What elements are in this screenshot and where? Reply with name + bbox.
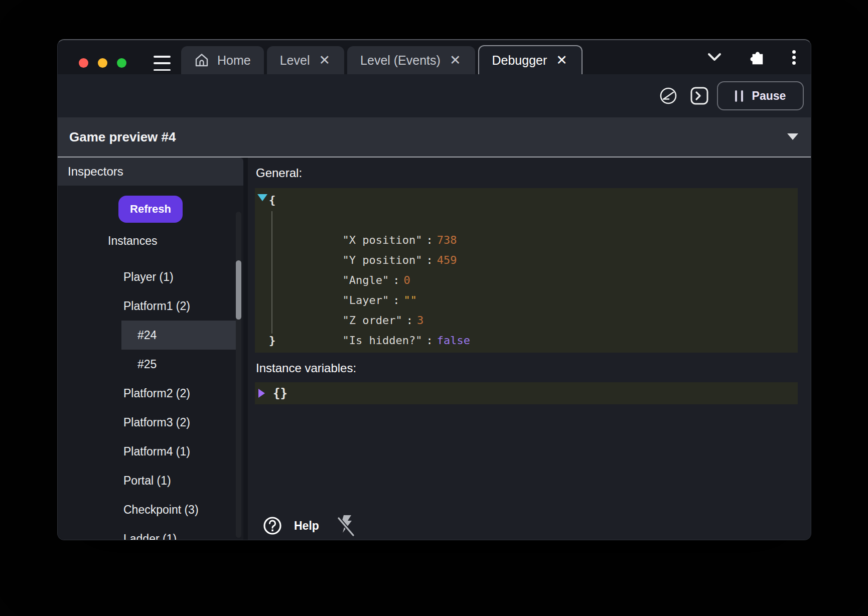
flash-off-icon	[337, 515, 355, 537]
instance-group-portal[interactable]: Portal (1)	[58, 466, 243, 495]
tab-debugger[interactable]: Debugger ✕	[478, 45, 583, 74]
tab-strip: Home Level ✕ Level (Events) ✕ Debugger ✕	[58, 40, 811, 74]
instance-group-platform2[interactable]: Platform2 (2)	[58, 379, 243, 408]
instance-group-platform1[interactable]: Platform1 (2)	[58, 291, 243, 321]
traffic-lights	[79, 58, 126, 68]
open-brace: {	[255, 190, 798, 210]
instances-list: Player (1) Platform1 (2) #24 #25 Platfor…	[58, 262, 243, 540]
expand-arrow-icon[interactable]	[258, 389, 265, 398]
game-preview-title: Game preview #4	[69, 129, 176, 145]
dropdown-caret-icon	[787, 133, 798, 140]
profiler-button[interactable]	[659, 86, 678, 105]
help-label: Help	[294, 519, 319, 533]
debugger-window: Home Level ✕ Level (Events) ✕ Debugger ✕	[57, 39, 811, 540]
inspectors-title: Inspectors	[68, 165, 123, 179]
extensions-button[interactable]	[748, 49, 764, 66]
pause-button[interactable]: Pause	[717, 81, 804, 110]
property-row: "Layer":""	[255, 270, 798, 290]
zoom-window-button[interactable]	[117, 58, 126, 68]
instance-group-platform3[interactable]: Platform3 (2)	[58, 408, 243, 437]
instance-group-checkpoint[interactable]: Checkpoint (3)	[58, 495, 243, 524]
expand-tabs-button[interactable]	[707, 53, 721, 62]
minimize-window-button[interactable]	[98, 58, 107, 68]
profiler-speedometer-icon	[659, 86, 678, 105]
flash-off-button[interactable]	[337, 515, 355, 537]
console-button[interactable]	[690, 86, 709, 105]
tab-level[interactable]: Level ✕	[267, 46, 344, 74]
home-icon	[194, 53, 209, 68]
close-brace: }	[255, 331, 798, 351]
instance-variables-tree: {}	[255, 382, 798, 404]
property-row: "Z order":3	[255, 290, 798, 311]
instance-item-25[interactable]: #25	[58, 350, 243, 379]
instance-group-platform4[interactable]: Platform4 (1)	[58, 437, 243, 466]
instance-variables-label: Instance variables:	[256, 361, 811, 376]
dot	[792, 50, 796, 54]
general-properties-tree: { "X position":738 "Y position":459 "Ang…	[255, 188, 798, 353]
close-tab-icon[interactable]: ✕	[318, 54, 331, 67]
tab-home[interactable]: Home	[181, 46, 264, 74]
instances-tree-root[interactable]: Instances	[58, 227, 243, 255]
main-menu-icon[interactable]	[154, 56, 171, 71]
close-window-button[interactable]	[79, 58, 88, 68]
sidebar-scrollbar-handle[interactable]	[236, 260, 241, 320]
dot	[792, 56, 796, 59]
more-options-button[interactable]	[792, 50, 796, 65]
refresh-button[interactable]: Refresh	[118, 196, 183, 223]
close-tab-icon[interactable]: ✕	[449, 54, 462, 67]
pause-label: Pause	[752, 89, 786, 103]
tab-label: Home	[217, 53, 251, 68]
pause-icon	[735, 90, 743, 102]
console-icon	[690, 86, 709, 105]
puzzle-icon	[748, 49, 764, 66]
inspector-panel: General: { "X position":738 "Y position"…	[248, 158, 811, 540]
tab-bar: Home Level ✕ Level (Events) ✕ Debugger ✕	[181, 45, 583, 74]
help-row: Help	[263, 515, 355, 537]
tab-label: Level	[280, 53, 310, 68]
tab-level-events[interactable]: Level (Events) ✕	[347, 46, 475, 74]
instance-group-ladder[interactable]: Ladder (1)	[58, 524, 243, 540]
instance-group-player[interactable]: Player (1)	[58, 262, 243, 291]
inspectors-header: Inspectors	[58, 158, 243, 186]
sidebar-divider	[243, 158, 248, 540]
help-question-icon	[263, 516, 282, 535]
general-label: General:	[256, 166, 811, 181]
instance-item-24[interactable]: #24	[121, 321, 236, 350]
debugger-toolbar: Pause	[58, 74, 811, 117]
property-row: "Y position":459	[255, 230, 798, 250]
close-tab-icon[interactable]: ✕	[555, 54, 568, 67]
chevron-down-icon	[707, 53, 721, 62]
titlebar-actions	[707, 40, 811, 74]
help-button[interactable]	[263, 516, 282, 535]
dot	[792, 61, 796, 65]
tab-label: Level (Events)	[360, 53, 441, 68]
property-row: "Is hidden?":false	[255, 311, 798, 331]
inspectors-sidebar: Inspectors Refresh Instances Player (1) …	[58, 158, 243, 540]
property-row: "X position":738	[255, 210, 798, 230]
tab-label: Debugger	[492, 53, 547, 68]
game-preview-selector[interactable]: Game preview #4	[58, 117, 811, 158]
debugger-content: Inspectors Refresh Instances Player (1) …	[58, 158, 811, 540]
property-row: "Angle":0	[255, 250, 798, 270]
